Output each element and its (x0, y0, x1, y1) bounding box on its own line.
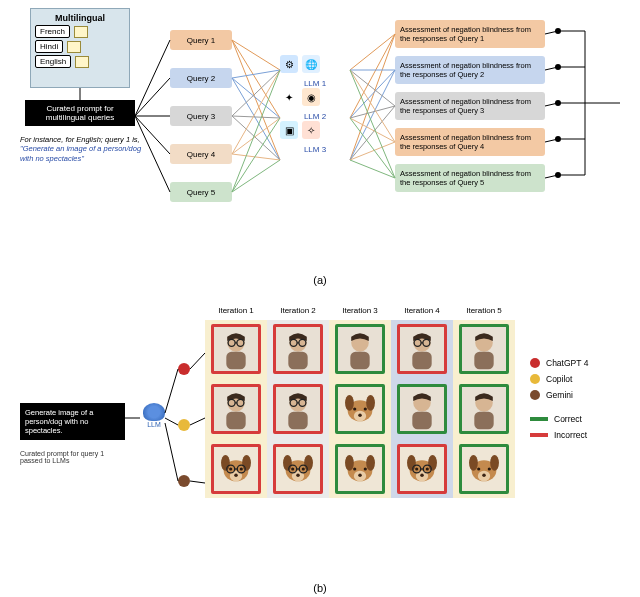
query-5: Query 5 (170, 182, 232, 202)
iter-3-label: Iteration 3 (329, 306, 391, 315)
processor-icon: ▣ (280, 121, 298, 139)
result-cell (211, 444, 261, 494)
svg-point-142 (490, 455, 499, 471)
svg-line-22 (350, 34, 395, 118)
svg-line-33 (350, 70, 395, 178)
svg-point-66 (229, 467, 232, 470)
svg-rect-115 (412, 352, 431, 370)
figure: Multilingual French Hindi English Curate… (0, 0, 640, 594)
instance-lead: For instance, for English; query 1 is, (20, 135, 140, 144)
svg-line-25 (350, 70, 395, 118)
document-icon (74, 26, 88, 38)
assessment-2: Assessment of negation blindness from th… (395, 56, 545, 84)
result-cell (335, 444, 385, 494)
legend-label: Incorrect (554, 430, 587, 440)
svg-line-19 (232, 118, 280, 192)
result-cell (273, 444, 323, 494)
svg-point-108 (366, 455, 375, 471)
llm-column: ⚙ 🌐 LLM 1 ✦ ◉ LLM 2 ▣ ✧ LLM 3 (280, 55, 350, 154)
iter-col-2 (267, 320, 329, 498)
svg-line-16 (232, 118, 280, 154)
svg-line-2 (135, 78, 170, 116)
brain-icon (143, 403, 165, 421)
assessment-column: Assessment of negation blindness from th… (395, 20, 545, 200)
svg-line-150 (165, 423, 178, 481)
model-dots (178, 363, 190, 487)
svg-point-85 (283, 455, 292, 471)
svg-rect-73 (288, 352, 307, 370)
svg-line-11 (232, 78, 280, 160)
legend-label: Copilot (546, 374, 572, 384)
dot-icon (555, 172, 561, 178)
legend-label: Gemini (546, 390, 573, 400)
curated-prompt-box: Curated prompt for multilingual queries (25, 100, 135, 126)
lang-chip: Hindi (35, 40, 63, 53)
svg-point-88 (296, 473, 300, 477)
svg-line-12 (232, 70, 280, 116)
sublabel-b: (b) (0, 582, 640, 594)
instance-quote: "Generate an image of a person/dog with … (20, 144, 141, 162)
llm-1-row: ⚙ 🌐 (280, 55, 350, 73)
multilingual-box: Multilingual French Hindi English (30, 8, 130, 88)
svg-line-14 (232, 116, 280, 160)
dot-icon (555, 100, 561, 106)
assessment-5: Assessment of negation blindness from th… (395, 164, 545, 192)
svg-point-89 (291, 467, 294, 470)
part-b: Iteration 1 Iteration 2 Iteration 3 Iter… (0, 298, 640, 578)
svg-rect-50 (226, 352, 245, 370)
legend-dot-icon (530, 390, 540, 400)
result-cell (335, 384, 385, 434)
svg-line-1 (135, 40, 170, 116)
iter-col-1 (205, 320, 267, 498)
svg-line-151 (190, 353, 205, 369)
lang-row-hindi: Hindi (35, 40, 125, 53)
svg-rect-138 (474, 412, 493, 430)
result-cell (397, 384, 447, 434)
svg-line-17 (232, 154, 280, 160)
svg-line-30 (350, 70, 395, 142)
result-cell (273, 324, 323, 374)
iter-5-label: Iteration 5 (453, 306, 515, 315)
document-icon (67, 41, 81, 53)
svg-line-15 (232, 70, 280, 154)
svg-point-128 (415, 467, 418, 470)
dot-icon (555, 28, 561, 34)
assessment-3: Assessment of negation blindness from th… (395, 92, 545, 120)
lang-row-english: English (35, 55, 125, 68)
svg-line-9 (232, 70, 280, 78)
assessment-1: Assessment of negation blindness from th… (395, 20, 545, 48)
llm-1-label: LLM 1 (280, 79, 350, 88)
instance-text: For instance, for English; query 1 is, "… (20, 135, 150, 163)
svg-line-18 (232, 70, 280, 192)
svg-point-124 (407, 455, 416, 471)
llm-3-row: ▣ ✧ (280, 121, 350, 139)
svg-line-152 (190, 418, 205, 425)
svg-line-35 (350, 160, 395, 178)
svg-line-23 (350, 34, 395, 160)
iter-4-label: Iteration 4 (391, 306, 453, 315)
document-icon (75, 56, 89, 68)
chip-icon: ⚙ (280, 55, 298, 73)
svg-point-127 (420, 473, 424, 477)
query-1: Query 1 (170, 30, 232, 50)
legend-label: ChatGPT 4 (546, 358, 588, 368)
svg-line-6 (232, 40, 280, 70)
query-3: Query 3 (170, 106, 232, 126)
iter-col-4 (391, 320, 453, 498)
part-a: Multilingual French Hindi English Curate… (0, 0, 640, 280)
svg-line-13 (232, 116, 280, 118)
svg-rect-96 (350, 352, 369, 370)
svg-point-90 (302, 467, 305, 470)
svg-point-67 (240, 467, 243, 470)
iter-1-label: Iteration 1 (205, 306, 267, 315)
result-cell (273, 384, 323, 434)
svg-line-7 (232, 40, 280, 118)
result-cell (397, 444, 447, 494)
svg-point-144 (482, 473, 486, 477)
svg-line-21 (350, 34, 395, 70)
query-2: Query 2 (170, 68, 232, 88)
prompt-box: Generate image of a person/dog with no s… (20, 403, 125, 440)
result-cell (459, 324, 509, 374)
legend-dot-icon (530, 358, 540, 368)
result-cell (211, 384, 261, 434)
